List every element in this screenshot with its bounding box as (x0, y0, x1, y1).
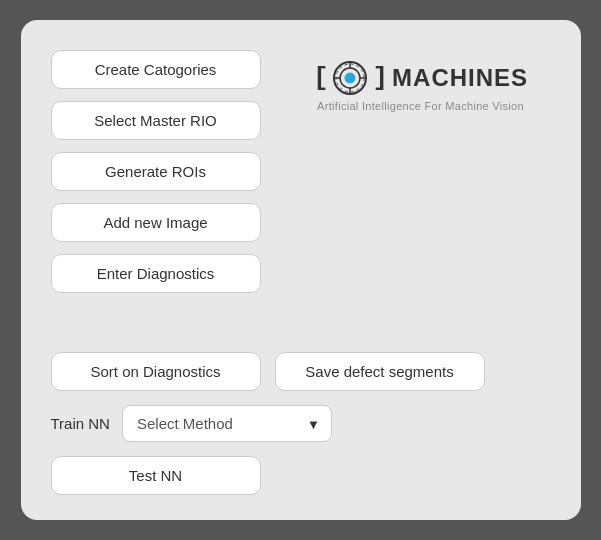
sort-on-diagnostics-button[interactable]: Sort on Diagnostics (51, 352, 261, 391)
generate-rois-button[interactable]: Generate ROIs (51, 152, 261, 191)
select-method-dropdown[interactable]: Select Method Method 1 Method 2 Method 3 (122, 405, 332, 442)
diagnostics-row: Sort on Diagnostics Save defect segments (51, 352, 551, 391)
logo-tagline: Artificial Intelligence For Machine Visi… (317, 100, 524, 112)
logo-icon (332, 60, 368, 96)
enter-diagnostics-button[interactable]: Enter Diagnostics (51, 254, 261, 293)
test-nn-row: Test NN (51, 456, 551, 495)
left-buttons: Create Catogories Select Master RIO Gene… (51, 50, 261, 293)
svg-point-2 (345, 73, 355, 83)
select-master-rio-button[interactable]: Select Master RIO (51, 101, 261, 140)
logo-name: MACHINES (392, 64, 528, 92)
logo-bracket-left: [ (313, 63, 329, 93)
test-nn-button[interactable]: Test NN (51, 456, 261, 495)
add-new-image-button[interactable]: Add new Image (51, 203, 261, 242)
train-nn-row: Train NN Select Method Method 1 Method 2… (51, 405, 551, 442)
logo-text: [ ] MACHINES (313, 60, 528, 96)
top-section: Create Catogories Select Master RIO Gene… (51, 50, 551, 344)
save-defect-segments-button[interactable]: Save defect segments (275, 352, 485, 391)
logo-bracket-right: ] (372, 63, 388, 93)
logo-area: [ ] MACHINES Artificial Intelligence For… (261, 50, 551, 112)
select-method-wrapper: Select Method Method 1 Method 2 Method 3… (122, 405, 332, 442)
bottom-section: Sort on Diagnostics Save defect segments… (51, 352, 551, 495)
train-nn-label: Train NN (51, 415, 110, 432)
main-panel: Create Catogories Select Master RIO Gene… (21, 20, 581, 520)
create-categories-button[interactable]: Create Catogories (51, 50, 261, 89)
